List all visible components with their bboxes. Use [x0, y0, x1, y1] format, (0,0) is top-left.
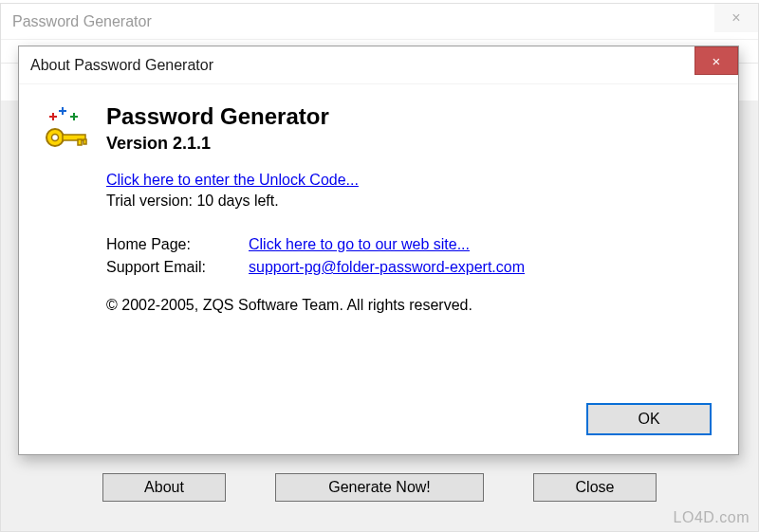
about-dialog-title: About Password Generator — [30, 57, 213, 74]
svg-rect-9 — [78, 139, 82, 145]
unlock-code-link[interactable]: Click here to enter the Unlock Code... — [106, 172, 359, 188]
about-titlebar: About Password Generator × — [19, 46, 738, 84]
bottom-button-bar: About Generate Now! Close — [1, 444, 758, 531]
homepage-label: Home Page: — [106, 236, 249, 253]
app-version: Version 2.1.1 — [106, 134, 329, 154]
about-text-column: Click here to enter the Unlock Code... T… — [106, 172, 715, 314]
about-close-button[interactable]: × — [694, 46, 738, 75]
support-email-label: Support Email: — [106, 259, 249, 276]
svg-point-7 — [52, 135, 59, 141]
app-header-text: Password Generator Version 2.1.1 — [106, 103, 329, 154]
close-icon: × — [713, 53, 721, 69]
main-window-title: Password Generator — [12, 13, 152, 30]
ok-button[interactable]: OK — [586, 403, 712, 435]
info-table: Home Page: Click here to go to our web s… — [106, 236, 715, 276]
generate-now-button[interactable]: Generate Now! — [275, 473, 484, 502]
about-body: Password Generator Version 2.1.1 Click h… — [19, 84, 738, 454]
main-close-button[interactable]: × — [714, 4, 758, 32]
support-email-link[interactable]: support-pg@folder-password-expert.com — [249, 259, 525, 276]
svg-rect-10 — [83, 139, 86, 144]
homepage-row: Home Page: Click here to go to our web s… — [106, 236, 715, 253]
app-name: Password Generator — [106, 103, 329, 130]
about-button[interactable]: About — [102, 473, 226, 502]
copyright-text: © 2002-2005, ZQS Software Team. All righ… — [106, 297, 715, 314]
close-icon: × — [731, 9, 740, 27]
main-titlebar: Password Generator × — [1, 4, 758, 40]
watermark: LO4D.com — [674, 509, 750, 526]
app-key-icon — [42, 105, 91, 155]
close-button[interactable]: Close — [533, 473, 657, 502]
about-dialog: About Password Generator × — [18, 46, 739, 455]
dialog-header-row: Password Generator Version 2.1.1 — [42, 103, 715, 155]
support-email-row: Support Email: support-pg@folder-passwor… — [106, 259, 715, 276]
homepage-link[interactable]: Click here to go to our web site... — [249, 236, 470, 253]
trial-status-text: Trial version: 10 days left. — [106, 193, 279, 209]
